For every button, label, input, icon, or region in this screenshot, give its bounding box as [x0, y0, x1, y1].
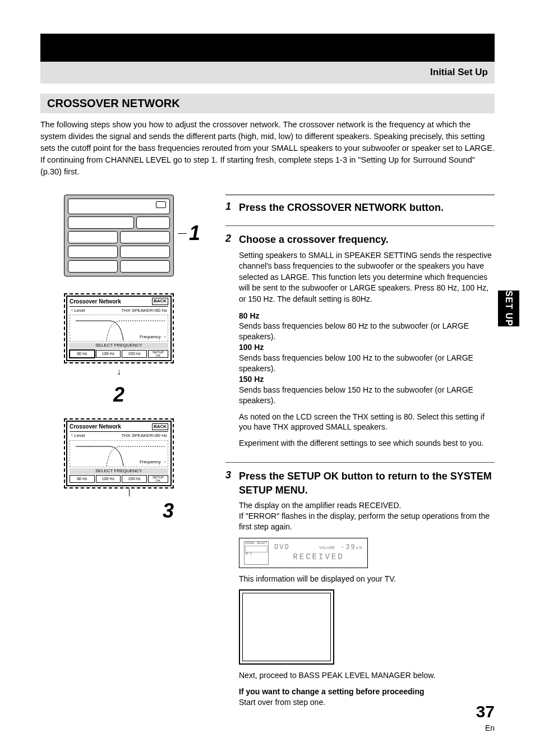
- header-chapter-bar: Initial Set Up: [40, 62, 495, 84]
- intro-paragraph: The following steps show you how to adju…: [40, 119, 495, 178]
- lcd-frequency-label: Frequency →: [140, 334, 167, 340]
- step-1-title: Press the CROSSOVER NETWORK button.: [239, 201, 495, 214]
- tv-screen-illustration: [239, 589, 334, 665]
- header-chapter: Initial Set Up: [430, 66, 488, 79]
- step-2-note-experiment: Experiment with the different settings t…: [239, 438, 495, 449]
- divider: [225, 225, 495, 226]
- lcd-frequency-label: Frequency →: [140, 459, 167, 465]
- lcd-screen-2: Crossover Network BACK ↑ Level THX SPEAK…: [64, 418, 174, 488]
- step-2-body: Setting speakers to SMALL in SPEAKER SET…: [239, 250, 495, 305]
- side-tab: SET UP: [498, 291, 519, 326]
- divider: [225, 462, 495, 463]
- page-footer: 37 En: [476, 700, 495, 734]
- step-2-note-thx: As noted on the LCD screen the THX setti…: [239, 412, 495, 433]
- remote-button: [68, 231, 118, 243]
- lcd-150hz-button: 150 Hz: [122, 475, 147, 483]
- lcd-title: Crossover Network: [70, 298, 121, 306]
- lcd-level-label: ↑ Level: [71, 433, 85, 439]
- lcd-title: Crossover Network: [70, 423, 121, 431]
- step-3-line2: If "ERROR" flashes in the display, perfo…: [239, 511, 495, 532]
- amp-signal-box: SIGNAL SELECT SP A: [244, 541, 269, 565]
- freq-100-body: Sends bass frequencies below 100 Hz to t…: [239, 353, 495, 374]
- lcd-80hz-button: 80 Hz: [70, 475, 95, 483]
- step-3-tv-note: This information will be displayed on yo…: [239, 574, 495, 584]
- lcd-back-button: BACK: [152, 423, 168, 431]
- amplifier-display: SIGNAL SELECT SP A DVD VOLUME -39dB RECE…: [239, 538, 368, 568]
- lcd-graph: Frequency →: [70, 315, 168, 342]
- step-3-line1: The display on the amplifier reads RECEI…: [239, 500, 495, 511]
- remote-wide-button: [68, 216, 134, 229]
- freq-80-title: 80 Hz: [239, 311, 495, 321]
- amp-volume: VOLUME -39dB: [319, 543, 363, 552]
- lcd-select-label: SELECT FREQUENCY: [70, 343, 168, 349]
- freq-150-title: 150 Hz: [239, 374, 495, 385]
- remote-button: [120, 246, 170, 258]
- freq-100-title: 100 Hz: [239, 342, 495, 353]
- lcd-setup-ok-button: SETUPOK: [148, 475, 168, 483]
- remote-button: [120, 260, 170, 273]
- page-number: 37: [476, 700, 495, 723]
- lcd-thx-label: THX SPEAKER=80 Hz: [121, 308, 167, 314]
- step-3-change-body: Start over from step one.: [239, 697, 495, 708]
- lcd-back-button: BACK: [152, 298, 168, 305]
- freq-80-body: Sends bass frequencies below 80 Hz to th…: [239, 321, 495, 342]
- step-3-number: 3: [225, 468, 233, 708]
- section-title: CROSSOVER NETWORK: [47, 97, 180, 109]
- step-2-number: 2: [225, 232, 233, 454]
- remote-illustration: 1: [64, 195, 174, 276]
- freq-150-body: Sends bass frequencies below 150 Hz to t…: [239, 385, 495, 406]
- lcd-select-label: SELECT FREQUENCY: [70, 468, 168, 474]
- side-tab-label: SET UP: [502, 291, 515, 326]
- callout-1-label: 1: [189, 220, 200, 247]
- lcd-screen-1: Crossover Network BACK ↑ Level THX SPEAK…: [64, 293, 174, 363]
- lcd-thx-label: THX SPEAKER=80 Hz: [121, 433, 167, 439]
- step-3-next: Next, proceed to BASS PEAK LEVEL MANAGER…: [239, 670, 495, 681]
- callout-1: 1: [178, 220, 200, 247]
- remote-display: [68, 199, 170, 214]
- callout-2-label: 2: [113, 381, 124, 409]
- callout-3-line: [129, 488, 130, 496]
- down-arrow-icon: ↓: [117, 366, 121, 378]
- step-2-title: Choose a crossover frequency.: [239, 233, 495, 246]
- callout-3-label: 3: [64, 497, 174, 525]
- remote-display-indicator: [156, 201, 166, 208]
- lcd-level-label: ↑ Level: [71, 308, 85, 314]
- remote-button: [68, 260, 118, 273]
- lcd-setup-ok-button: SETUPOK: [148, 350, 168, 358]
- header-black-bar: [40, 34, 495, 62]
- remote-button: [120, 231, 170, 243]
- lcd-150hz-button: 150 Hz: [122, 350, 147, 358]
- page-language: En: [476, 723, 495, 734]
- lcd-80hz-button: 80 Hz: [70, 350, 95, 358]
- instructions-column: 1 Press the CROSSOVER NETWORK button. 2 …: [225, 195, 495, 716]
- lcd-100hz-button: 100 Hz: [96, 475, 121, 483]
- remote-button: [68, 246, 118, 258]
- section-title-bar: CROSSOVER NETWORK: [40, 94, 495, 113]
- step-3-title: Press the SETUP OK button to return to t…: [239, 469, 495, 497]
- remote-crossover-button: [136, 216, 170, 229]
- lcd-100hz-button: 100 Hz: [96, 350, 121, 358]
- step-3-change-title: If you want to change a setting before p…: [239, 686, 495, 697]
- illustration-column: 1 Crossover Network BACK ↑ Level THX SPE…: [40, 195, 197, 716]
- amp-status: RECEIVED: [274, 552, 363, 563]
- step-1-number: 1: [225, 200, 233, 218]
- lcd-graph: Frequency →: [70, 440, 168, 467]
- amp-source: DVD: [274, 543, 290, 552]
